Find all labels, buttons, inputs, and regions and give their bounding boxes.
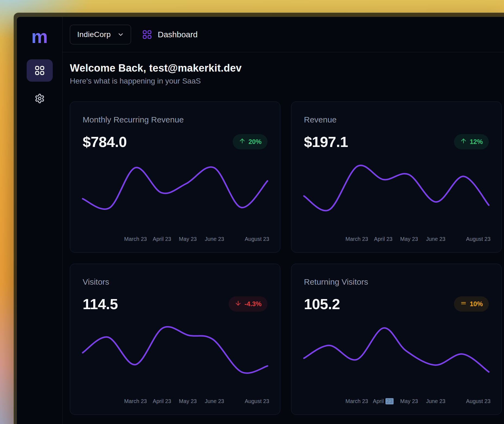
- axis-label: March 23: [346, 398, 368, 404]
- line-chart: [304, 327, 489, 373]
- trend-up-icon: [239, 137, 246, 145]
- metric-cards-grid: Monthly Recurring Revenue $784.0 20% Mar…: [70, 102, 502, 415]
- axis-label: April 23: [153, 236, 171, 242]
- card-title: Visitors: [83, 277, 267, 287]
- axis-label: April 23: [153, 398, 171, 404]
- welcome-subtitle: Here's what is happening in your SaaS: [70, 76, 502, 86]
- chart-line: [83, 167, 267, 209]
- axis-label: August 23: [466, 398, 490, 404]
- x-axis: March 23April 23May 23June 23August 23: [83, 236, 267, 243]
- brand-logo: m: [31, 28, 48, 45]
- axis-highlight-box: 23: [385, 398, 394, 404]
- chart-line: [304, 328, 489, 372]
- window-content: m IndieCorp: [17, 17, 504, 424]
- axis-label: June 23: [205, 236, 224, 242]
- trend-badge: 12%: [454, 134, 489, 149]
- card-title: Revenue: [304, 115, 489, 125]
- chart-line: [304, 165, 489, 211]
- trend-down-icon: [235, 300, 242, 307]
- header: IndieCorp Dashboard: [63, 17, 504, 52]
- workspace-selector-button[interactable]: IndieCorp: [70, 25, 131, 44]
- content-column: IndieCorp Dashboard Welcome Back, test@m…: [63, 17, 504, 424]
- card-title: Returning Visitors: [304, 277, 489, 287]
- axis-label: May 23: [400, 236, 418, 242]
- line-chart: [83, 327, 267, 373]
- dashboard-grid-icon: [142, 29, 152, 40]
- trend-flat-icon: [460, 300, 467, 307]
- sidebar: m: [17, 17, 63, 424]
- trend-badge: 10%: [454, 296, 489, 312]
- sidebar-item-settings[interactable]: [27, 90, 53, 107]
- page-title: Dashboard: [158, 30, 198, 39]
- x-axis: March 23April 23May 23June 23August 23: [304, 236, 489, 243]
- axis-label: August 23: [245, 398, 269, 404]
- axis-label: June 23: [426, 398, 445, 404]
- axis-label: March 23: [124, 398, 147, 404]
- trend-badge: 20%: [233, 134, 267, 149]
- axis-label: May 23: [400, 398, 418, 404]
- axis-label: May 23: [179, 398, 197, 404]
- axis-label: August 23: [245, 236, 269, 242]
- card-visitors: Visitors 114.5 -4.3% March 23April 23May…: [70, 264, 280, 415]
- app-window: m IndieCorp: [14, 13, 504, 424]
- axis-label: April23: [373, 398, 394, 404]
- axis-label: March 23: [346, 236, 368, 242]
- axis-label: May 23: [179, 236, 197, 242]
- card-returning-visitors: Returning Visitors 105.2 10% March 23Apr…: [291, 264, 502, 415]
- card-title: Monthly Recurring Revenue: [83, 115, 267, 125]
- card-value: $197.1: [304, 134, 348, 150]
- layout-grid-icon: [34, 65, 45, 76]
- axis-label: August 23: [466, 236, 490, 242]
- axis-label: June 23: [426, 236, 445, 242]
- trend-badge: -4.3%: [229, 296, 267, 312]
- value-row: $784.0 20%: [83, 134, 267, 150]
- card-value: $784.0: [83, 134, 127, 150]
- trend-up-icon: [460, 137, 467, 145]
- x-axis: March 23April23May 23June 23August 23: [304, 398, 489, 405]
- value-row: $197.1 12%: [304, 134, 489, 150]
- card-value: 114.5: [83, 296, 118, 312]
- axis-label: April 23: [374, 236, 393, 242]
- axis-label: March 23: [124, 236, 147, 242]
- sidebar-item-dashboard[interactable]: [27, 59, 53, 82]
- main-area: Welcome Back, test@makerkit.dev Here's w…: [63, 52, 504, 424]
- card-revenue: Revenue $197.1 12% March 23April 23May 2…: [291, 102, 502, 253]
- workspace-name: IndieCorp: [77, 30, 111, 39]
- welcome-title: Welcome Back, test@makerkit.dev: [70, 62, 502, 74]
- line-chart: [304, 165, 489, 211]
- line-chart: [83, 165, 267, 211]
- value-row: 114.5 -4.3%: [83, 296, 267, 312]
- axis-label: June 23: [205, 398, 224, 404]
- card-value: 105.2: [304, 296, 340, 312]
- gear-icon: [35, 93, 45, 104]
- chevron-down-icon: [117, 31, 124, 38]
- x-axis: March 23April 23May 23June 23August 23: [83, 398, 267, 405]
- page-heading: Dashboard: [142, 29, 198, 40]
- value-row: 105.2 10%: [304, 296, 489, 312]
- card-monthly-recurring-revenue: Monthly Recurring Revenue $784.0 20% Mar…: [70, 102, 280, 253]
- chart-line: [83, 327, 267, 373]
